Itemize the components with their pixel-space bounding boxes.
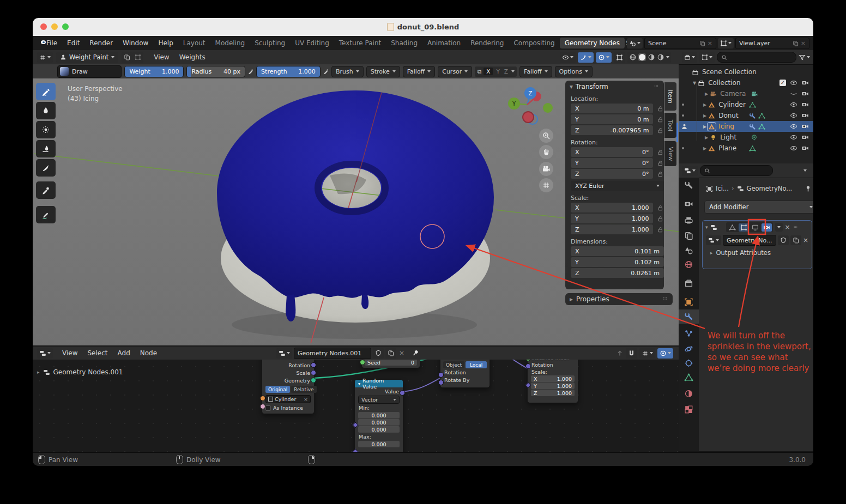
rotate-by-socket[interactable] xyxy=(438,380,444,385)
sidebar-tab-item[interactable]: Item xyxy=(664,82,676,111)
tab-geometry-nodes[interactable]: Geometry Nodes xyxy=(560,38,625,48)
mesh-data-icon[interactable] xyxy=(749,101,756,108)
modifier-wrench-icon[interactable] xyxy=(749,112,756,119)
as-instance-checkbox[interactable] xyxy=(265,405,271,411)
outliner-row-camera[interactable]: ▶ Camera xyxy=(679,88,813,99)
viewport-display-toggle[interactable] xyxy=(750,223,760,232)
mirror-dropdown[interactable] xyxy=(511,70,515,72)
modifier-expand-icon[interactable]: ▾ xyxy=(705,224,708,230)
min-y-field[interactable]: 0.000 xyxy=(358,419,400,426)
collapse-icon[interactable]: ▾ xyxy=(570,83,573,90)
render-camera-icon[interactable] xyxy=(801,101,809,108)
wireframe-shading-icon[interactable] xyxy=(629,53,637,61)
eye-icon[interactable] xyxy=(790,101,797,108)
space-object-toggle[interactable]: Object xyxy=(443,361,464,368)
tab-world-icon[interactable] xyxy=(684,260,693,269)
output-attributes-row[interactable]: ▸Output Attributes xyxy=(703,247,812,259)
eye-icon[interactable] xyxy=(790,79,797,87)
eye-icon[interactable] xyxy=(790,133,797,141)
falloff-dropdown[interactable]: Falloff xyxy=(403,66,435,77)
scale-y-row[interactable]: Y1.000 xyxy=(571,214,664,223)
nodegroup-browse-button[interactable] xyxy=(276,348,292,359)
strength-slider[interactable]: Strength1.000 xyxy=(256,66,321,77)
parent-tree-icon[interactable] xyxy=(616,349,624,357)
modifier-close-icon[interactable]: × xyxy=(785,223,790,231)
region-resize-highlight[interactable] xyxy=(676,123,678,142)
mirror-x-toggle[interactable]: X xyxy=(484,68,493,75)
menu-render[interactable]: Render xyxy=(84,39,118,47)
menu-view[interactable]: View xyxy=(149,53,174,61)
value-socket[interactable] xyxy=(400,390,405,396)
node-overlay-toggle[interactable] xyxy=(657,348,673,359)
zoom-traffic-light[interactable] xyxy=(62,23,69,30)
material-shading-icon[interactable] xyxy=(648,53,655,61)
paint-mask-face-button[interactable] xyxy=(132,52,143,63)
outliner-filter-button[interactable] xyxy=(799,54,810,61)
lock-icon[interactable] xyxy=(657,127,664,134)
scene-browse-button[interactable] xyxy=(627,38,643,48)
tool-blur-button[interactable] xyxy=(36,102,56,119)
min-x-field[interactable]: 0.000 xyxy=(358,412,400,418)
scale-y-field[interactable]: Y1.000 xyxy=(531,382,575,389)
tab-animation[interactable]: Animation xyxy=(422,38,466,48)
tab-texture-icon[interactable] xyxy=(684,405,693,414)
options-dropdown[interactable]: Options xyxy=(555,66,593,77)
outliner-row-plane[interactable]: ▶ Plane xyxy=(679,143,813,154)
modifier-wrench-icon[interactable] xyxy=(749,123,756,130)
tool-draw-button[interactable] xyxy=(36,83,56,100)
lock-icon[interactable] xyxy=(657,215,664,222)
viewlayer-browse-button[interactable] xyxy=(718,38,734,48)
object-info-node[interactable]: Rotation Scale Geometry Original Relativ… xyxy=(262,360,315,414)
gizmo-toggle[interactable] xyxy=(614,52,625,63)
tab-render-icon[interactable] xyxy=(684,199,693,209)
min-z-field[interactable]: 0.000 xyxy=(358,426,400,433)
eye-icon[interactable] xyxy=(790,123,797,130)
rotation-input-socket[interactable] xyxy=(438,372,444,378)
render-camera-icon[interactable] xyxy=(801,144,809,152)
y-neg-ball[interactable] xyxy=(543,103,553,113)
node-menu-view[interactable]: View xyxy=(57,349,82,357)
tab-constraints-icon[interactable] xyxy=(684,359,693,368)
tab-object-icon[interactable] xyxy=(684,297,693,307)
menu-help[interactable]: Help xyxy=(153,39,178,47)
tab-texture-paint[interactable]: Texture Paint xyxy=(334,38,386,48)
brush-dropdown[interactable]: Brush xyxy=(331,66,364,77)
tab-material-icon[interactable] xyxy=(684,389,693,398)
light-data-icon[interactable] xyxy=(751,134,758,141)
collection-checkbox[interactable]: ✓ xyxy=(779,80,786,86)
nodegroup-name-field[interactable]: Geometry Nodes.001 xyxy=(294,348,371,359)
tab-modifiers-icon[interactable] xyxy=(684,312,693,321)
rotation-z-row[interactable]: Z0° xyxy=(571,169,664,179)
tab-rendering[interactable]: Rendering xyxy=(466,38,509,48)
node-menu-select[interactable]: Select xyxy=(82,349,112,357)
nodegroup-name-field[interactable]: Geometry No... xyxy=(723,235,776,246)
rotation-x-row[interactable]: X0° xyxy=(571,147,664,157)
ortho-toggle-button[interactable] xyxy=(539,178,553,192)
fake-user-shield-button[interactable] xyxy=(778,235,789,245)
rotation-mode-dropdown[interactable]: XYZ Euler xyxy=(571,181,664,191)
rendered-shading-icon[interactable] xyxy=(657,53,664,61)
tool-smear-button[interactable] xyxy=(36,140,56,157)
lock-icon[interactable] xyxy=(657,105,664,112)
snap-toggle[interactable] xyxy=(578,52,594,63)
object-field[interactable]: Cylinder × xyxy=(265,395,311,403)
scale-socket[interactable] xyxy=(311,370,316,375)
copy-nodegroup-button[interactable] xyxy=(385,348,396,359)
scale-x-row[interactable]: X1.000 xyxy=(571,203,664,212)
strength-pressure-icon[interactable] xyxy=(323,68,329,75)
pin-icon[interactable] xyxy=(410,348,421,359)
mirror-z-toggle[interactable]: Z xyxy=(503,68,509,75)
lock-icon[interactable] xyxy=(657,171,664,178)
lock-icon[interactable] xyxy=(657,149,664,156)
add-modifier-dropdown[interactable]: Add Modifier xyxy=(704,201,813,214)
render-display-toggle[interactable] xyxy=(762,223,772,232)
render-camera-icon[interactable] xyxy=(801,133,809,141)
breadcrumb-nodetree[interactable]: GeometryNo... xyxy=(747,185,793,192)
zoom-button[interactable] xyxy=(539,129,553,143)
menu-edit[interactable]: Edit xyxy=(62,39,84,47)
tool-annotate-button[interactable] xyxy=(36,206,56,223)
eye-closed-icon[interactable] xyxy=(790,90,797,98)
x-neg-ball[interactable] xyxy=(523,112,534,123)
scale-x-field[interactable]: X1.000 xyxy=(531,375,575,382)
cage-display-toggle[interactable] xyxy=(739,223,749,232)
